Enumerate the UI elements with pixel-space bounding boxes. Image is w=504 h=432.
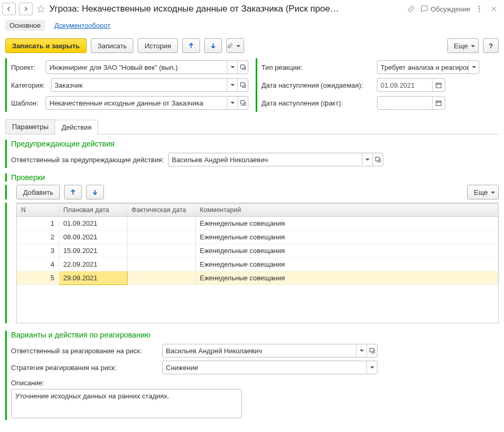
cell-plan[interactable]: 01.09.2021: [59, 217, 127, 230]
discussion-label: Обсуждение: [430, 5, 470, 13]
help-button[interactable]: ?: [483, 38, 499, 53]
strategy-caret[interactable]: [366, 361, 377, 374]
table-row[interactable]: 208.09.2021Еженедельные совещания: [17, 230, 498, 244]
dots-vertical-icon: [475, 5, 484, 13]
response-heading: Варианты и действия по реагированию: [11, 331, 499, 339]
col-plan[interactable]: Плановая дата: [59, 204, 127, 217]
reaction-type-combo[interactable]: Требует анализа и реагирова: [377, 60, 479, 74]
nav-docflow[interactable]: Документооборот: [55, 20, 111, 31]
category-dropdown-caret[interactable]: [227, 79, 237, 91]
nav-forward-button[interactable]: [19, 3, 33, 15]
preventive-resp-caret[interactable]: [362, 153, 372, 166]
response-resp-combo[interactable]: Васильев Андрей Николаевич: [162, 344, 377, 357]
toolbar-more-button[interactable]: Еще: [447, 38, 479, 53]
col-fact[interactable]: Фактическая дата: [127, 204, 195, 217]
cell-n[interactable]: 4: [17, 258, 59, 271]
cell-plan[interactable]: 29.09.2021: [59, 271, 127, 285]
svg-rect-3: [240, 65, 244, 69]
cell-fact[interactable]: [127, 258, 195, 271]
preventive-section: Предупреждающие действия Ответственный з…: [5, 140, 499, 168]
move-down-button[interactable]: [204, 38, 222, 53]
window-title: Угроза: Некачественные исходные данные о…: [49, 4, 402, 14]
category-combo[interactable]: Заказчик: [51, 78, 248, 92]
response-section: Варианты и действия по реагированию Отве…: [5, 331, 499, 420]
date-fact-input[interactable]: . .: [377, 96, 445, 110]
chat-icon: [420, 5, 428, 13]
date-fact-value: . .: [377, 97, 432, 109]
preventive-resp-combo[interactable]: Васильев Андрей Николаевич: [168, 153, 383, 166]
template-open-button[interactable]: [237, 97, 248, 109]
checks-table[interactable]: N Плановая дата Фактическая дата Коммент…: [17, 203, 498, 285]
cell-fact[interactable]: [127, 217, 195, 230]
template-dropdown-caret[interactable]: [227, 97, 237, 109]
description-textarea[interactable]: [11, 389, 242, 418]
date-fact-calendar-button[interactable]: [432, 97, 445, 109]
date-expected-input[interactable]: 01.09.2021: [377, 78, 445, 92]
cell-fact[interactable]: [127, 230, 195, 244]
cell-plan[interactable]: 08.09.2021: [59, 230, 127, 244]
checks-section: Проверки Добавить Еще: [5, 173, 499, 199]
project-open-button[interactable]: [237, 61, 248, 73]
nav-main[interactable]: Основное: [5, 20, 45, 31]
link-button[interactable]: [405, 3, 417, 15]
template-combo[interactable]: Некачественные исходные данные от Заказч…: [46, 96, 248, 110]
checks-move-up-button[interactable]: [64, 185, 82, 199]
save-button[interactable]: Записать: [91, 38, 134, 53]
table-row[interactable]: 315.09.2021Еженедельные совещания: [17, 244, 498, 258]
col-comment[interactable]: Комментарий: [195, 204, 498, 217]
project-label: Проект:: [11, 64, 46, 71]
project-dropdown-caret[interactable]: [227, 61, 237, 73]
tab-params[interactable]: Параметры: [5, 119, 55, 134]
svg-point-2: [479, 11, 480, 12]
checks-heading: Проверки: [11, 173, 499, 182]
preventive-resp-open[interactable]: [372, 153, 383, 166]
description-label: Описание:: [11, 379, 499, 387]
cell-plan[interactable]: 22.09.2021: [59, 258, 127, 271]
svg-rect-9: [370, 349, 373, 352]
kebab-menu-button[interactable]: [474, 3, 485, 15]
table-row[interactable]: 529.09.2021Еженедельные совещания: [17, 271, 498, 285]
svg-rect-8: [375, 157, 379, 161]
favorite-toggle[interactable]: [36, 4, 46, 14]
star-icon: [36, 4, 46, 14]
cell-plan[interactable]: 15.09.2021: [59, 244, 127, 258]
project-combo[interactable]: Инжиниринг для ЗАО "Новый век" (вып.): [46, 60, 248, 74]
discussion-button[interactable]: Обсуждение: [420, 5, 470, 13]
move-up-button[interactable]: [182, 38, 200, 53]
tab-actions[interactable]: Действия: [55, 120, 98, 134]
save-close-button[interactable]: Записать и закрыть: [5, 38, 87, 53]
history-button[interactable]: История: [138, 38, 177, 53]
template-value: Некачественные исходные данные от Заказч…: [46, 97, 227, 109]
cell-comment[interactable]: Еженедельные совещания: [195, 217, 498, 230]
strategy-combo[interactable]: Снижение: [162, 361, 377, 374]
cell-fact[interactable]: [127, 244, 195, 258]
cell-n[interactable]: 1: [17, 217, 59, 230]
checks-move-down-button[interactable]: [86, 185, 104, 199]
cell-fact[interactable]: [127, 271, 195, 285]
cell-n[interactable]: 2: [17, 230, 59, 244]
response-resp-open[interactable]: [366, 344, 377, 357]
table-row[interactable]: 422.09.2021Еженедельные совещания: [17, 258, 498, 271]
response-resp-label: Ответственный за реагирование на риск:: [11, 347, 158, 355]
attachments-button[interactable]: [226, 38, 244, 53]
svg-point-1: [479, 8, 480, 9]
nav-back-button[interactable]: [2, 3, 16, 15]
date-expected-calendar-button[interactable]: [432, 79, 445, 91]
table-row[interactable]: 101.09.2021Еженедельные совещания: [17, 217, 498, 230]
cell-n[interactable]: 3: [17, 244, 59, 258]
response-resp-caret[interactable]: [356, 344, 366, 357]
cell-comment[interactable]: Еженедельные совещания: [195, 230, 498, 244]
col-n[interactable]: N: [17, 204, 59, 217]
cell-n[interactable]: 5: [17, 271, 59, 285]
checks-more-button[interactable]: Еще: [467, 185, 499, 199]
cell-comment[interactable]: Еженедельные совещания: [195, 244, 498, 258]
checks-add-button[interactable]: Добавить: [16, 185, 60, 199]
cell-comment[interactable]: Еженедельные совещания: [195, 271, 498, 285]
cell-comment[interactable]: Еженедельные совещания: [195, 258, 498, 271]
close-button[interactable]: [488, 3, 500, 15]
category-value: Заказчик: [51, 79, 227, 91]
response-resp-value: Васильев Андрей Николаевич: [163, 344, 356, 357]
link-icon: [407, 5, 415, 13]
reaction-type-caret[interactable]: [468, 61, 479, 73]
category-open-button[interactable]: [237, 79, 248, 91]
